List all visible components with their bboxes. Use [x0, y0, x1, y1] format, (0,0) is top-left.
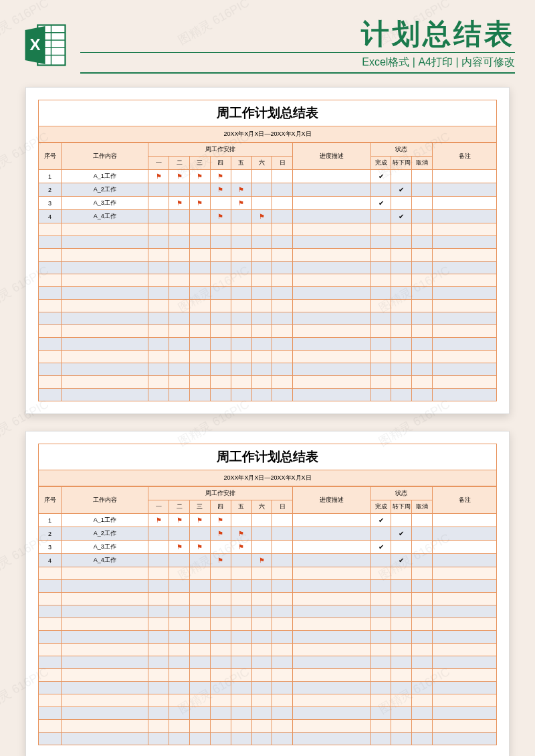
cell-day: [231, 514, 251, 527]
table-row: 2A_2工作⚑⚑✔: [39, 527, 497, 541]
table-row: 4A_4工作⚑⚑✔: [39, 210, 497, 223]
flag-icon: ⚑: [238, 543, 244, 551]
header-status: 转下周: [391, 500, 412, 514]
flag-icon: ⚑: [259, 557, 265, 564]
cell-seq: 2: [39, 183, 62, 197]
cell-day: [148, 527, 169, 541]
flag-icon: ⚑: [217, 530, 223, 537]
cell-day: [272, 170, 293, 183]
header-status: 取消: [412, 500, 433, 514]
cell-day: [169, 183, 190, 197]
cell-status: [370, 183, 391, 197]
cell-day: ⚑: [231, 197, 251, 210]
cell-progress: [293, 541, 370, 554]
header-day: 五: [231, 157, 251, 170]
flag-icon: ⚑: [197, 543, 203, 551]
flag-icon: ⚑: [217, 516, 223, 524]
cell-status: ✔: [391, 554, 412, 567]
header-day: 二: [169, 157, 190, 170]
table-row: [39, 733, 497, 745]
document-page: 周工作计划总结表20XX年X月X日—20XX年X月X日序号工作内容周工作安排进度…: [25, 431, 510, 756]
date-range: 20XX年X月X日—20XX年X月X日: [38, 126, 497, 143]
flag-icon: ⚑: [197, 173, 203, 180]
cell-day: [272, 554, 293, 567]
check-icon: ✔: [379, 199, 384, 207]
check-icon: ✔: [399, 186, 404, 193]
cell-status: ✔: [370, 541, 391, 554]
cell-seq: 1: [39, 514, 62, 527]
cell-remark: [433, 541, 497, 554]
cell-progress: [293, 183, 370, 197]
header-progress: 进度描述: [293, 487, 370, 514]
cell-day: [169, 527, 190, 541]
cell-status: [412, 527, 433, 541]
flag-icon: ⚑: [217, 213, 223, 220]
cell-status: [412, 514, 433, 527]
check-icon: ✔: [379, 173, 384, 180]
cell-day: [148, 210, 169, 223]
plan-table: 序号工作内容周工作安排进度描述状态备注一二三四五六日完成转下周取消1A_1工作⚑…: [38, 143, 497, 401]
cell-content: A_3工作: [62, 197, 148, 210]
flag-icon: ⚑: [259, 213, 265, 220]
flag-icon: ⚑: [177, 543, 183, 551]
cell-status: ✔: [370, 197, 391, 210]
cell-day: [169, 554, 190, 567]
header-schedule-group: 周工作安排: [148, 143, 293, 157]
table-row: 3A_3工作⚑⚑⚑✔: [39, 541, 497, 554]
cell-day: ⚑: [210, 210, 231, 223]
cell-day: ⚑: [210, 514, 231, 527]
cell-status: [370, 527, 391, 541]
table-title: 周工作计划总结表: [38, 100, 497, 126]
cell-status: [412, 541, 433, 554]
cell-day: [231, 210, 251, 223]
header-day: 日: [272, 157, 293, 170]
flag-icon: ⚑: [217, 557, 223, 564]
table-row: [39, 580, 497, 593]
cell-seq: 4: [39, 554, 62, 567]
cell-day: [210, 197, 231, 210]
cell-content: A_1工作: [62, 514, 148, 527]
cell-day: ⚑: [169, 514, 190, 527]
header-day: 六: [251, 500, 272, 514]
flag-icon: ⚑: [238, 530, 244, 537]
header-day: 日: [272, 500, 293, 514]
table-row: [39, 287, 497, 300]
cell-day: ⚑: [190, 541, 211, 554]
flag-icon: ⚑: [177, 199, 183, 207]
table-row: [39, 236, 497, 249]
cell-day: ⚑: [210, 554, 231, 567]
table-row: [39, 720, 497, 733]
table-row: [39, 694, 497, 707]
cell-status: ✔: [391, 210, 412, 223]
cell-remark: [433, 210, 497, 223]
cell-day: ⚑: [169, 197, 190, 210]
cell-day: [148, 541, 169, 554]
cell-status: [391, 170, 412, 183]
flag-icon: ⚑: [238, 186, 244, 193]
header-status: 取消: [412, 157, 433, 170]
cell-remark: [433, 527, 497, 541]
table-row: [39, 249, 497, 262]
table-row: [39, 312, 497, 325]
table-row: [39, 644, 497, 656]
sub-title: Excel格式 | A4打印 | 内容可修改: [80, 52, 515, 74]
cell-status: [391, 514, 412, 527]
cell-progress: [293, 527, 370, 541]
plan-table: 序号工作内容周工作安排进度描述状态备注一二三四五六日完成转下周取消1A_1工作⚑…: [38, 486, 497, 745]
cell-status: [370, 554, 391, 567]
header-remark: 备注: [433, 487, 497, 514]
header-status: 完成: [370, 157, 391, 170]
header-remark: 备注: [433, 143, 497, 170]
header-schedule-group: 周工作安排: [148, 487, 293, 500]
cell-day: [231, 554, 251, 567]
cell-day: ⚑: [148, 514, 169, 527]
cell-day: [190, 183, 211, 197]
header-status: 转下周: [391, 157, 412, 170]
table-row: [39, 223, 497, 236]
table-row: [39, 376, 497, 389]
table-title: 周工作计划总结表: [38, 444, 497, 470]
header-day: 五: [231, 500, 251, 514]
cell-progress: [293, 514, 370, 527]
check-icon: ✔: [379, 543, 384, 551]
cell-status: ✔: [370, 514, 391, 527]
